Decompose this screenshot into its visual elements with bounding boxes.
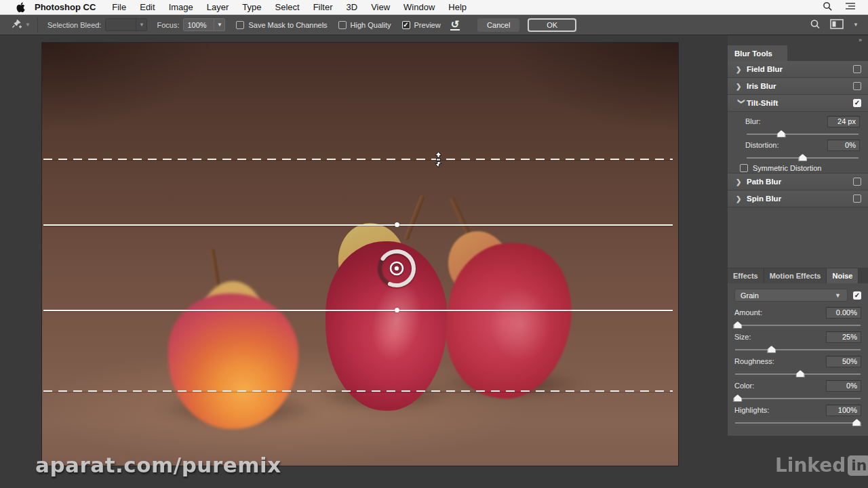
amount-slider-thumb[interactable] <box>733 321 742 329</box>
path-blur-checkbox[interactable] <box>853 178 861 186</box>
tool-preset-chevron-icon[interactable]: ▼ <box>25 22 31 28</box>
blur-gallery-panel: » Blur Tools ❯ Field Blur ❯ Iris Blur ❯ … <box>728 35 868 436</box>
tiltshift-focus-line-bottom[interactable] <box>43 310 673 311</box>
panel-collapse-icon[interactable]: » <box>859 37 863 43</box>
focus-dropdown[interactable]: 100% ▼ <box>183 18 225 31</box>
preview-option[interactable]: Preview <box>402 21 441 29</box>
save-mask-checkbox[interactable] <box>236 21 244 29</box>
color-slider[interactable] <box>735 398 861 399</box>
menu-file[interactable]: File <box>105 2 133 12</box>
iris-blur-row[interactable]: ❯ Iris Blur <box>728 78 868 95</box>
chevron-right-icon[interactable]: ❯ <box>736 66 747 73</box>
apple-menu-icon[interactable] <box>16 2 25 13</box>
high-quality-checkbox[interactable] <box>338 21 347 29</box>
selection-bleed-chevron-icon: ▼ <box>136 19 146 30</box>
menu-window[interactable]: Window <box>397 2 441 12</box>
linkedin-logo-icon: in <box>848 455 868 476</box>
symmetric-distortion-checkbox[interactable] <box>740 164 748 172</box>
color-slider-thumb[interactable] <box>733 394 742 402</box>
save-mask-label: Save Mask to Channels <box>248 21 327 29</box>
resize-vertical-cursor-icon <box>433 151 444 168</box>
roughness-slider-thumb[interactable] <box>796 370 805 378</box>
highlights-slider-thumb[interactable] <box>852 419 861 426</box>
menu-type[interactable]: Type <box>235 2 268 12</box>
blur-amount-value[interactable]: 24 px <box>827 116 860 127</box>
search-icon[interactable] <box>810 19 821 31</box>
blur-tools-panel-tab[interactable]: Blur Tools <box>728 45 787 61</box>
amount-value[interactable]: 0.00% <box>826 307 861 319</box>
roughness-slider[interactable] <box>735 373 861 375</box>
symmetric-distortion-option[interactable]: Symmetric Distortion <box>740 164 860 172</box>
iris-blur-checkbox[interactable] <box>853 82 861 90</box>
highlights-slider[interactable] <box>735 422 861 424</box>
distortion-slider-thumb[interactable] <box>798 154 807 161</box>
ok-button[interactable]: OK <box>528 18 576 32</box>
chevron-right-icon[interactable]: ❯ <box>736 178 747 186</box>
image-canvas[interactable] <box>42 43 678 466</box>
remove-all-pins-icon[interactable]: ↺ <box>450 20 460 30</box>
spotlight-search-icon[interactable] <box>823 1 833 14</box>
cancel-button[interactable]: Cancel <box>477 18 519 32</box>
high-quality-label: High Quality <box>351 21 391 29</box>
size-slider-thumb[interactable] <box>767 346 776 353</box>
tiltshift-blur-pin[interactable] <box>375 247 418 290</box>
chevron-right-icon[interactable]: ❯ <box>736 195 747 203</box>
spin-blur-checkbox[interactable] <box>853 195 861 203</box>
field-blur-row[interactable]: ❯ Field Blur <box>728 61 868 78</box>
workspace-switcher-icon[interactable] <box>830 19 844 30</box>
linkedin-wordmark: Linked <box>775 454 846 476</box>
tab-noise[interactable]: Noise <box>827 268 859 283</box>
menu-filter[interactable]: Filter <box>307 2 340 12</box>
menu-layer[interactable]: Layer <box>200 2 236 12</box>
roughness-label: Roughness: <box>734 357 774 365</box>
app-menu-title[interactable]: Photoshop CC <box>35 2 96 12</box>
toolbar-divider <box>37 18 38 33</box>
amount-slider[interactable] <box>735 325 861 326</box>
high-quality-option[interactable]: High Quality <box>338 21 391 29</box>
tilt-shift-row[interactable]: ❯ Tilt-Shift <box>728 95 868 112</box>
workspace-chevron-icon[interactable]: ▼ <box>853 22 859 28</box>
menu-select[interactable]: Select <box>268 2 306 12</box>
menu-3d[interactable]: 3D <box>340 2 365 12</box>
highlights-value[interactable]: 100% <box>826 405 861 416</box>
chevron-right-icon[interactable]: ❯ <box>736 83 747 90</box>
notification-center-icon[interactable] <box>845 1 856 13</box>
menu-help[interactable]: Help <box>441 2 473 12</box>
chevron-down-icon[interactable]: ❯ <box>738 98 745 109</box>
preview-checkbox[interactable] <box>402 21 410 29</box>
size-value[interactable]: 25% <box>826 331 861 343</box>
selection-bleed-dropdown[interactable]: ▼ <box>105 18 147 31</box>
tiltshift-feather-line-top[interactable] <box>43 159 673 160</box>
highlights-label: Highlights: <box>734 406 769 414</box>
distortion-value[interactable]: 0% <box>827 140 860 151</box>
noise-type-dropdown[interactable]: Grain ▼ <box>734 289 848 302</box>
save-mask-option[interactable]: Save Mask to Channels <box>236 21 327 29</box>
noise-type-value: Grain <box>735 291 835 300</box>
color-label: Color: <box>734 382 754 390</box>
focus-line-handle-bottom[interactable] <box>395 308 399 312</box>
blur-amount-slider-thumb[interactable] <box>777 130 786 138</box>
noise-type-chevron-icon: ▼ <box>835 292 847 299</box>
tiltshift-feather-line-bottom[interactable] <box>43 390 673 392</box>
roughness-value[interactable]: 50% <box>826 356 861 367</box>
tab-motion-effects[interactable]: Motion Effects <box>764 268 827 283</box>
path-blur-row[interactable]: ❯ Path Blur <box>728 174 868 190</box>
menu-view[interactable]: View <box>364 2 397 12</box>
blur-pin-tool-icon[interactable] <box>11 18 22 31</box>
tiltshift-focus-line-top[interactable] <box>43 224 673 226</box>
size-slider[interactable] <box>735 349 861 350</box>
symmetric-distortion-label: Symmetric Distortion <box>753 164 821 172</box>
spin-blur-row[interactable]: ❯ Spin Blur <box>728 190 868 207</box>
tilt-shift-checkbox[interactable] <box>853 99 861 107</box>
focus-line-handle-top[interactable] <box>395 222 399 227</box>
blur-amount-slider[interactable] <box>747 134 859 135</box>
menu-image[interactable]: Image <box>162 2 200 12</box>
menu-edit[interactable]: Edit <box>133 2 161 12</box>
field-blur-checkbox[interactable] <box>853 65 861 73</box>
noise-enabled-checkbox[interactable] <box>853 291 861 300</box>
distortion-slider[interactable] <box>747 157 859 159</box>
color-value[interactable]: 0% <box>826 380 861 392</box>
tab-effects[interactable]: Effects <box>728 268 764 283</box>
distortion-label: Distortion: <box>745 141 779 149</box>
macos-menu-bar: Photoshop CC File Edit Image Layer Type … <box>0 0 868 15</box>
